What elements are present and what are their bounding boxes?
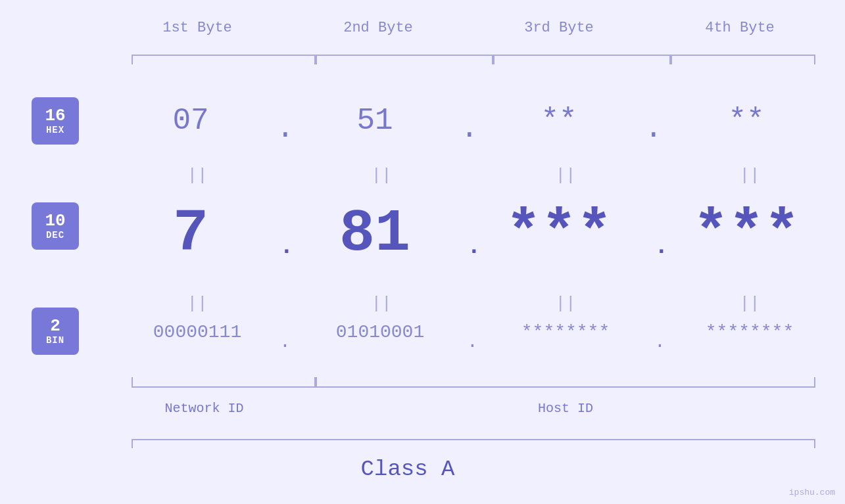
byte4-header: 4th Byte — [674, 20, 806, 36]
bin-badge-label: BIN — [46, 335, 64, 346]
hex-val-b2: 51 — [322, 104, 427, 138]
main-container: 1st Byte 2nd Byte 3rd Byte 4th Byte 16 H… — [0, 0, 845, 504]
eq-hex-dec-b4: || — [697, 166, 802, 185]
bin-val-b2: 01010001 — [308, 322, 452, 342]
top-bracket-b4 — [671, 55, 815, 56]
bin-val-b4: ******** — [677, 322, 822, 342]
network-id-label: Network ID — [154, 401, 254, 416]
host-bracket-line — [316, 386, 815, 388]
eq-hex-dec-b2: || — [329, 166, 434, 185]
dec-badge-label: DEC — [46, 230, 64, 241]
top-bracket-b3 — [493, 55, 671, 56]
hex-val-b1: 07 — [138, 104, 243, 138]
hex-dot-3: . — [644, 112, 663, 146]
bin-dot-1: . — [279, 332, 291, 352]
eq-dec-bin-b3: || — [513, 294, 618, 313]
bin-badge-number: 2 — [50, 317, 60, 336]
dec-val-b2: 81 — [316, 200, 434, 267]
byte3-header: 3rd Byte — [493, 20, 625, 36]
top-brk-left-b1 — [132, 55, 133, 64]
eq-dec-bin-b1: || — [145, 294, 250, 313]
hex-val-b4: ** — [694, 104, 799, 138]
hex-dot-2: . — [460, 112, 479, 146]
dec-badge-number: 10 — [45, 212, 65, 231]
dec-badge: 10 DEC — [32, 202, 79, 250]
bin-val-b3: ******** — [493, 322, 638, 342]
hex-badge-label: HEX — [46, 125, 64, 135]
class-label: Class A — [0, 457, 815, 482]
dec-val-b4: *** — [687, 200, 806, 267]
full-brk-right — [814, 439, 815, 448]
dec-dot-3: . — [654, 233, 669, 260]
dec-dot-1: . — [279, 233, 294, 260]
top-bracket-b2 — [316, 55, 493, 56]
eq-dec-bin-b2: || — [329, 294, 434, 313]
top-brk-left-b2 — [316, 55, 317, 64]
bot-brk-right-host — [814, 377, 815, 388]
dec-val-b1: 7 — [132, 200, 250, 267]
dec-val-b3: *** — [500, 200, 618, 267]
host-id-label: Host ID — [500, 401, 631, 416]
dec-dot-2: . — [467, 233, 481, 260]
full-brk-left — [132, 439, 133, 448]
eq-dec-bin-b4: || — [697, 294, 802, 313]
hex-dot-1: . — [276, 112, 295, 146]
top-brk-right-b4 — [814, 55, 815, 64]
bin-dot-3: . — [654, 332, 665, 352]
eq-hex-dec-b1: || — [145, 166, 250, 185]
byte2-header: 2nd Byte — [312, 20, 444, 36]
bin-dot-2: . — [467, 332, 478, 352]
full-bracket-line — [132, 439, 815, 440]
hex-val-b3: ** — [506, 104, 612, 138]
eq-hex-dec-b3: || — [513, 166, 618, 185]
top-brk-left-b4 — [671, 55, 672, 64]
top-bracket-b1 — [132, 55, 316, 56]
top-brk-left-b3 — [493, 55, 495, 64]
bin-val-b1: 00000111 — [125, 322, 270, 342]
hex-badge: 16 HEX — [32, 97, 79, 145]
byte1-header: 1st Byte — [132, 20, 263, 36]
watermark: ipshu.com — [789, 488, 835, 497]
hex-badge-number: 16 — [45, 106, 65, 126]
network-bracket-line — [132, 386, 316, 388]
bin-badge: 2 BIN — [32, 308, 79, 355]
